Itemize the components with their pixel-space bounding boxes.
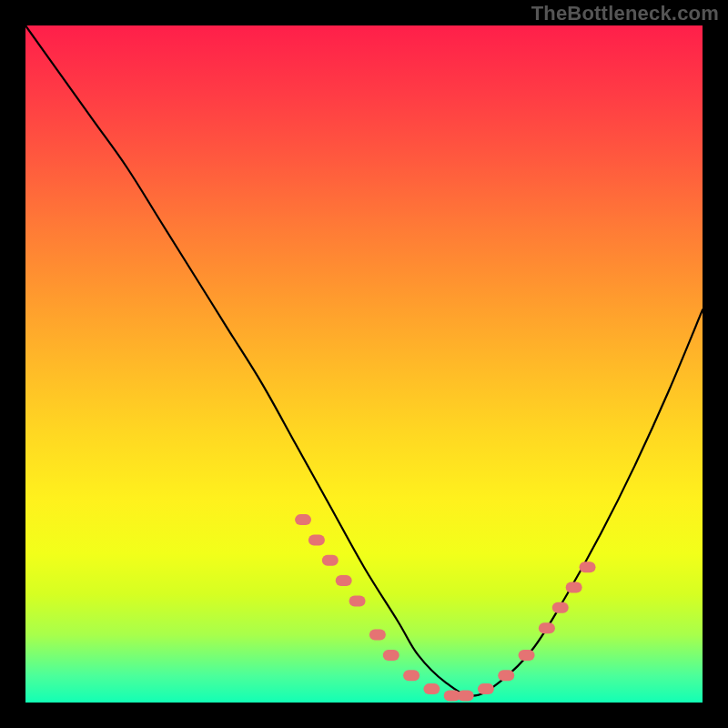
highlight-dot (552, 602, 569, 613)
highlight-dot (295, 514, 311, 525)
highlight-dot (322, 555, 339, 566)
highlight-dots (25, 25, 703, 703)
highlight-dot (478, 683, 494, 694)
watermark-text: TheBottleneck.com (531, 2, 719, 25)
highlight-dot (369, 630, 386, 641)
highlight-dot (336, 575, 352, 586)
highlight-dot (349, 595, 366, 606)
highlight-dot (423, 683, 440, 694)
highlight-dot (383, 650, 399, 661)
outer-frame: TheBottleneck.com (0, 0, 728, 728)
highlight-dot (458, 691, 474, 702)
highlight-dot (580, 561, 596, 572)
highlight-dot (519, 650, 535, 661)
plot-area (25, 25, 703, 703)
highlight-dot (308, 534, 325, 545)
highlight-dot (403, 670, 420, 681)
highlight-dot (498, 670, 514, 681)
highlight-dot (539, 622, 555, 633)
highlight-dot (566, 582, 582, 593)
